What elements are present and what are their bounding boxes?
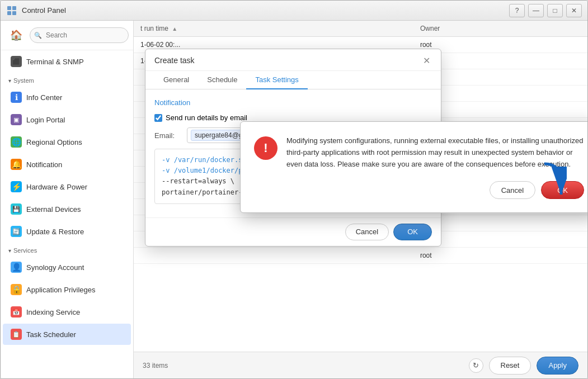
warning-cancel-button[interactable]: Cancel [490,181,535,199]
sidebar-item-regional-options[interactable]: 🌐 Regional Options [3,131,131,153]
dialog-tabs: General Schedule Task Settings [145,71,441,89]
send-email-checkbox[interactable] [154,114,162,122]
sidebar: 🏠 ⬛ Terminal & SNMP System ℹ Info Center… [1,21,134,378]
window-controls: ? — □ ✕ [509,4,582,17]
control-panel-window: Control Panel ? — □ ✕ 🏠 ⬛ Terminal & SNM… [0,0,588,379]
warning-dialog: ! Modifying system configurations, runni… [240,121,587,213]
title-bar: Control Panel ? — □ ✕ [1,1,587,21]
sidebar-section-services[interactable]: Services [1,243,133,256]
home-button[interactable]: 🏠 [7,26,25,44]
sidebar-item-application-privileges[interactable]: 🔒 Application Privileges [3,279,131,300]
indexing-service-icon: 📅 [11,306,22,318]
svg-rect-0 [7,6,11,10]
sidebar-item-update-restore[interactable]: 🔄 Update & Restore [3,221,131,242]
external-devices-icon: 💾 [11,203,22,215]
footer-bar: 33 items ↻ Reset Apply [134,352,587,378]
table-row: root [134,248,587,264]
sidebar-item-notification[interactable]: 🔔 Notification [3,154,131,175]
tab-task-settings[interactable]: Task Settings [246,71,307,89]
send-email-row: Send run details by email [154,113,432,122]
email-field-label: Email: [154,131,182,140]
sort-arrow: ▲ [172,26,177,32]
warning-icon: ! [254,136,277,160]
reset-button[interactable]: Reset [489,357,531,375]
tab-general[interactable]: General [154,71,198,89]
sidebar-item-synology-account[interactable]: 👤 Synology Account [3,257,131,278]
send-email-label: Send run details by email [166,113,247,122]
terminal-icon: ⬛ [11,56,22,67]
sidebar-item-hardware-power[interactable]: ⚡ Hardware & Power [3,176,131,197]
warning-content: ! Modifying system configurations, runni… [254,135,584,170]
application-privileges-icon: 🔒 [11,284,22,295]
synology-account-icon: 👤 [11,262,22,273]
help-button[interactable]: ? [509,4,525,17]
search-input[interactable] [30,27,129,43]
hardware-power-icon: ⚡ [11,181,22,192]
item-count: 33 items [143,362,463,369]
svg-rect-3 [12,11,16,15]
dialog-ok-button[interactable]: OK [393,224,432,240]
tab-schedule[interactable]: Schedule [198,71,246,89]
sidebar-item-terminal-snmp[interactable]: ⬛ Terminal & SNMP [3,51,131,72]
cell-owner: root [413,248,587,264]
svg-rect-2 [7,11,11,15]
sidebar-section-system[interactable]: System [1,73,133,86]
dialog-cancel-button[interactable]: Cancel [345,224,389,240]
maximize-button[interactable]: □ [547,4,563,17]
task-scheduler-icon: 📋 [11,329,22,340]
cell-run-time [134,248,413,264]
main-layout: 🏠 ⬛ Terminal & SNMP System ℹ Info Center… [1,21,587,378]
blue-arrow [533,161,567,207]
svg-rect-1 [12,6,16,10]
content-area: t run time ▲ Owner 1-06-02 00:... root 1… [134,21,587,378]
window-title: Control Panel [22,6,509,15]
sidebar-item-indexing-service[interactable]: 📅 Indexing Service [3,301,131,323]
col-owner[interactable]: Owner [413,21,587,37]
sidebar-item-login-portal[interactable]: ▣ Login Portal [3,109,131,130]
dialog-footer: Cancel OK [145,217,441,246]
notification-section-title: Notification [154,98,432,107]
col-run-time[interactable]: t run time ▲ [134,21,413,37]
minimize-button[interactable]: — [528,4,544,17]
sidebar-item-external-devices[interactable]: 💾 External Devices [3,198,131,220]
sidebar-item-info-center[interactable]: ℹ Info Center [3,87,131,108]
refresh-button[interactable]: ↻ [469,358,483,373]
dialog-title-bar: Create task ✕ [145,49,441,71]
notification-icon: 🔔 [11,159,22,170]
info-center-icon: ℹ [11,92,22,103]
login-portal-icon: ▣ [11,114,22,125]
apply-button[interactable]: Apply [537,357,578,375]
dialog-title: Create task [154,56,195,70]
send-email-checkbox-wrap: Send run details by email [154,113,247,122]
update-restore-icon: 🔄 [11,226,22,237]
regional-options-icon: 🌐 [11,136,22,148]
dialog-close-button[interactable]: ✕ [421,58,432,69]
sidebar-item-task-scheduler[interactable]: 📋 Task Scheduler [3,324,131,345]
close-button[interactable]: ✕ [566,4,582,17]
app-icon [6,5,17,16]
